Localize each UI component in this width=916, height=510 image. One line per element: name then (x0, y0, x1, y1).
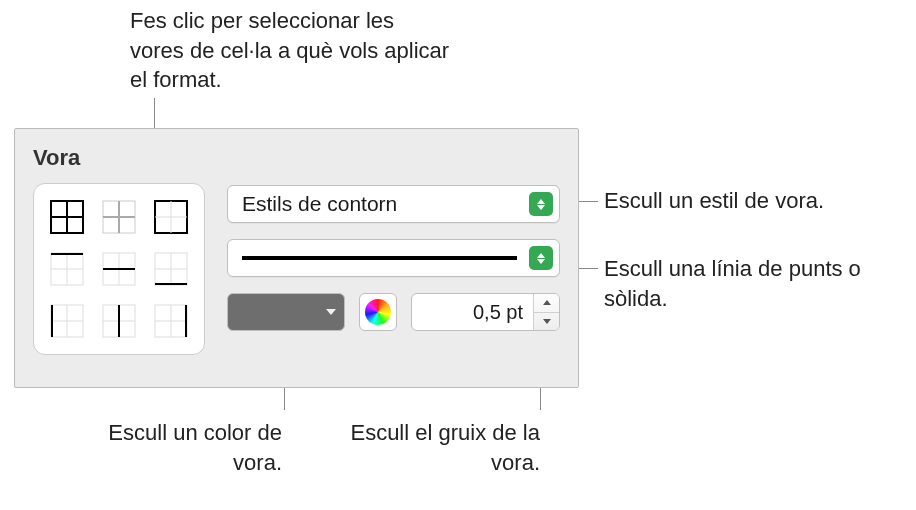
color-wheel-icon (365, 299, 391, 325)
thickness-value: 0,5 pt (412, 294, 533, 330)
border-panel: Vora (14, 128, 579, 388)
border-all-icon[interactable] (44, 194, 90, 240)
callout-stroke-style: Escull un estil de vora. (604, 186, 904, 216)
callout-line-pattern: Escull una línia de punts o sòlida. (604, 254, 904, 313)
stroke-style-popup[interactable]: Estils de contorn (227, 185, 560, 223)
stroke-style-label: Estils de contorn (242, 192, 397, 216)
border-outside-icon[interactable] (148, 194, 194, 240)
callout-border-color: Escull un color de vora. (62, 418, 282, 477)
callout-border-thickness: Escull el gruix de la vora. (320, 418, 540, 477)
border-color-well[interactable] (227, 293, 345, 331)
step-up-button[interactable] (534, 294, 559, 313)
border-inside-icon[interactable] (96, 194, 142, 240)
step-up-icon (543, 300, 551, 305)
stepper-buttons (533, 294, 559, 330)
dropdown-arrow-icon (326, 309, 336, 315)
section-title: Vora (33, 145, 560, 171)
border-bottom-icon[interactable] (148, 246, 194, 292)
line-pattern-popup[interactable] (227, 239, 560, 277)
border-left-icon[interactable] (44, 298, 90, 344)
border-controls: Estils de contorn (227, 183, 560, 331)
callout-border-grid: Fes clic per seleccionar les vores de ce… (130, 6, 450, 95)
border-thickness-stepper[interactable]: 0,5 pt (411, 293, 560, 331)
step-down-icon (543, 319, 551, 324)
dropdown-arrows-icon (529, 246, 553, 270)
line-preview-icon (242, 256, 517, 260)
panel-body: Estils de contorn (33, 183, 560, 355)
dropdown-arrows-icon (529, 192, 553, 216)
color-thickness-row: 0,5 pt (227, 293, 560, 331)
border-top-icon[interactable] (44, 246, 90, 292)
border-vertical-icon[interactable] (96, 298, 142, 344)
border-right-icon[interactable] (148, 298, 194, 344)
border-horizontal-icon[interactable] (96, 246, 142, 292)
step-down-button[interactable] (534, 313, 559, 331)
color-picker-button[interactable] (359, 293, 397, 331)
border-selector-grid (33, 183, 205, 355)
